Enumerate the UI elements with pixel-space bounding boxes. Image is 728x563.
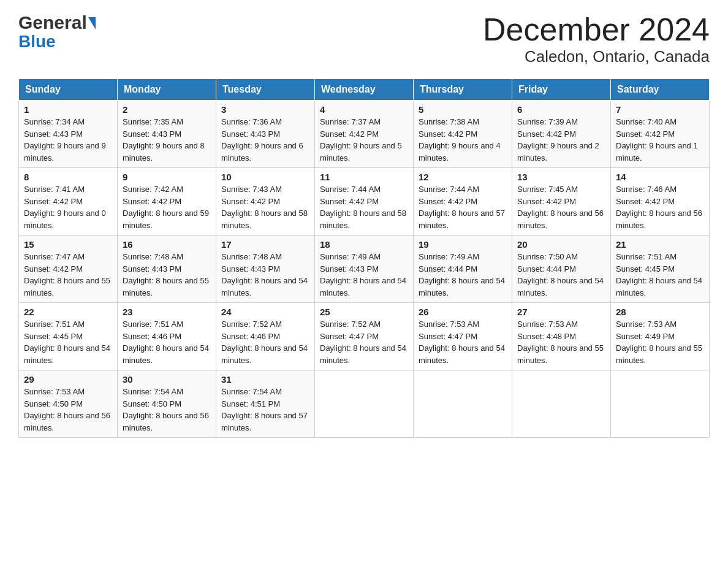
day-number: 24 <box>221 307 309 317</box>
day-info: Sunrise: 7:43 AMSunset: 4:42 PMDaylight:… <box>221 185 308 230</box>
calendar-cell: 24 Sunrise: 7:52 AMSunset: 4:46 PMDaylig… <box>216 303 315 370</box>
calendar-week-row: 1 Sunrise: 7:34 AMSunset: 4:43 PMDayligh… <box>19 101 710 168</box>
day-info: Sunrise: 7:53 AMSunset: 4:50 PMDaylight:… <box>24 387 110 432</box>
day-info: Sunrise: 7:51 AMSunset: 4:45 PMDaylight:… <box>24 320 110 365</box>
day-number: 2 <box>123 104 211 115</box>
calendar-cell: 3 Sunrise: 7:36 AMSunset: 4:43 PMDayligh… <box>216 101 315 168</box>
page-header: General Blue December 2024 Caledon, Onta… <box>18 12 710 66</box>
header-friday: Friday <box>512 79 611 101</box>
day-info: Sunrise: 7:34 AMSunset: 4:43 PMDaylight:… <box>24 117 106 163</box>
calendar-table: Sunday Monday Tuesday Wednesday Thursday… <box>18 79 710 438</box>
calendar-cell <box>512 370 611 438</box>
day-info: Sunrise: 7:52 AMSunset: 4:47 PMDaylight:… <box>320 320 406 365</box>
day-info: Sunrise: 7:46 AMSunset: 4:42 PMDaylight:… <box>616 185 702 230</box>
day-info: Sunrise: 7:53 AMSunset: 4:48 PMDaylight:… <box>517 320 604 365</box>
day-number: 22 <box>24 307 112 317</box>
day-number: 9 <box>123 172 211 182</box>
logo-blue-text: Blue <box>18 32 56 52</box>
day-number: 18 <box>320 239 408 250</box>
day-number: 27 <box>517 307 605 317</box>
calendar-week-row: 22 Sunrise: 7:51 AMSunset: 4:45 PMDaylig… <box>19 303 710 370</box>
day-number: 19 <box>419 239 507 250</box>
day-info: Sunrise: 7:44 AMSunset: 4:42 PMDaylight:… <box>320 185 406 230</box>
day-info: Sunrise: 7:38 AMSunset: 4:42 PMDaylight:… <box>419 117 501 163</box>
calendar-cell: 10 Sunrise: 7:43 AMSunset: 4:42 PMDaylig… <box>216 168 315 236</box>
calendar-cell: 16 Sunrise: 7:48 AMSunset: 4:43 PMDaylig… <box>118 236 216 303</box>
calendar-week-row: 15 Sunrise: 7:47 AMSunset: 4:42 PMDaylig… <box>19 236 710 303</box>
calendar-cell: 14 Sunrise: 7:46 AMSunset: 4:42 PMDaylig… <box>611 168 710 236</box>
day-info: Sunrise: 7:51 AMSunset: 4:46 PMDaylight:… <box>123 320 209 365</box>
day-number: 12 <box>419 172 507 182</box>
day-info: Sunrise: 7:52 AMSunset: 4:46 PMDaylight:… <box>221 320 308 365</box>
calendar-cell: 15 Sunrise: 7:47 AMSunset: 4:42 PMDaylig… <box>19 236 118 303</box>
calendar-cell: 9 Sunrise: 7:42 AMSunset: 4:42 PMDayligh… <box>118 168 216 236</box>
calendar-week-row: 29 Sunrise: 7:53 AMSunset: 4:50 PMDaylig… <box>19 370 710 438</box>
calendar-header-row: Sunday Monday Tuesday Wednesday Thursday… <box>19 79 710 101</box>
calendar-cell: 5 Sunrise: 7:38 AMSunset: 4:42 PMDayligh… <box>414 101 512 168</box>
location-subtitle: Caledon, Ontario, Canada <box>483 47 710 66</box>
day-number: 3 <box>221 104 309 115</box>
day-number: 14 <box>616 172 704 182</box>
day-number: 31 <box>221 374 309 385</box>
calendar-cell: 25 Sunrise: 7:52 AMSunset: 4:47 PMDaylig… <box>315 303 414 370</box>
calendar-cell: 2 Sunrise: 7:35 AMSunset: 4:43 PMDayligh… <box>118 101 216 168</box>
header-thursday: Thursday <box>414 79 512 101</box>
day-info: Sunrise: 7:45 AMSunset: 4:42 PMDaylight:… <box>517 185 604 230</box>
calendar-cell: 6 Sunrise: 7:39 AMSunset: 4:42 PMDayligh… <box>512 101 611 168</box>
logo: General Blue <box>18 12 96 52</box>
calendar-cell: 27 Sunrise: 7:53 AMSunset: 4:48 PMDaylig… <box>512 303 611 370</box>
logo-general-text: General <box>18 12 87 33</box>
day-info: Sunrise: 7:42 AMSunset: 4:42 PMDaylight:… <box>123 185 209 230</box>
header-tuesday: Tuesday <box>216 79 315 101</box>
day-info: Sunrise: 7:53 AMSunset: 4:49 PMDaylight:… <box>616 320 702 365</box>
day-number: 23 <box>123 307 211 317</box>
day-info: Sunrise: 7:35 AMSunset: 4:43 PMDaylight:… <box>123 117 205 163</box>
day-number: 11 <box>320 172 408 182</box>
calendar-cell: 19 Sunrise: 7:49 AMSunset: 4:44 PMDaylig… <box>414 236 512 303</box>
header-sunday: Sunday <box>19 79 118 101</box>
day-info: Sunrise: 7:47 AMSunset: 4:42 PMDaylight:… <box>24 252 110 297</box>
month-year-title: December 2024 <box>483 12 710 47</box>
day-number: 13 <box>517 172 605 182</box>
day-number: 25 <box>320 307 408 317</box>
day-number: 15 <box>24 239 112 250</box>
day-info: Sunrise: 7:51 AMSunset: 4:45 PMDaylight:… <box>616 252 702 297</box>
day-number: 10 <box>221 172 309 182</box>
header-monday: Monday <box>118 79 216 101</box>
calendar-cell: 22 Sunrise: 7:51 AMSunset: 4:45 PMDaylig… <box>19 303 118 370</box>
day-info: Sunrise: 7:50 AMSunset: 4:44 PMDaylight:… <box>517 252 604 297</box>
calendar-cell: 1 Sunrise: 7:34 AMSunset: 4:43 PMDayligh… <box>19 101 118 168</box>
day-info: Sunrise: 7:49 AMSunset: 4:44 PMDaylight:… <box>419 252 505 297</box>
day-info: Sunrise: 7:39 AMSunset: 4:42 PMDaylight:… <box>517 117 599 163</box>
calendar-cell: 31 Sunrise: 7:54 AMSunset: 4:51 PMDaylig… <box>216 370 315 438</box>
calendar-cell: 28 Sunrise: 7:53 AMSunset: 4:49 PMDaylig… <box>611 303 710 370</box>
day-number: 7 <box>616 104 704 115</box>
calendar-cell: 26 Sunrise: 7:53 AMSunset: 4:47 PMDaylig… <box>414 303 512 370</box>
day-number: 16 <box>123 239 211 250</box>
day-number: 8 <box>24 172 112 182</box>
calendar-cell: 20 Sunrise: 7:50 AMSunset: 4:44 PMDaylig… <box>512 236 611 303</box>
day-info: Sunrise: 7:48 AMSunset: 4:43 PMDaylight:… <box>123 252 209 297</box>
day-number: 29 <box>24 374 112 385</box>
calendar-cell <box>414 370 512 438</box>
day-number: 28 <box>616 307 704 317</box>
calendar-cell: 17 Sunrise: 7:48 AMSunset: 4:43 PMDaylig… <box>216 236 315 303</box>
calendar-cell <box>611 370 710 438</box>
calendar-cell: 4 Sunrise: 7:37 AMSunset: 4:42 PMDayligh… <box>315 101 414 168</box>
day-info: Sunrise: 7:41 AMSunset: 4:42 PMDaylight:… <box>24 185 106 230</box>
calendar-week-row: 8 Sunrise: 7:41 AMSunset: 4:42 PMDayligh… <box>19 168 710 236</box>
title-block: December 2024 Caledon, Ontario, Canada <box>483 12 710 66</box>
calendar-cell: 30 Sunrise: 7:54 AMSunset: 4:50 PMDaylig… <box>118 370 216 438</box>
logo-arrow-icon <box>88 17 96 29</box>
header-wednesday: Wednesday <box>315 79 414 101</box>
calendar-cell: 8 Sunrise: 7:41 AMSunset: 4:42 PMDayligh… <box>19 168 118 236</box>
day-number: 20 <box>517 239 605 250</box>
day-info: Sunrise: 7:48 AMSunset: 4:43 PMDaylight:… <box>221 252 308 297</box>
day-number: 17 <box>221 239 309 250</box>
day-info: Sunrise: 7:54 AMSunset: 4:50 PMDaylight:… <box>123 387 209 432</box>
calendar-cell: 7 Sunrise: 7:40 AMSunset: 4:42 PMDayligh… <box>611 101 710 168</box>
calendar-cell <box>315 370 414 438</box>
day-info: Sunrise: 7:53 AMSunset: 4:47 PMDaylight:… <box>419 320 505 365</box>
day-number: 6 <box>517 104 605 115</box>
day-info: Sunrise: 7:36 AMSunset: 4:43 PMDaylight:… <box>221 117 303 163</box>
